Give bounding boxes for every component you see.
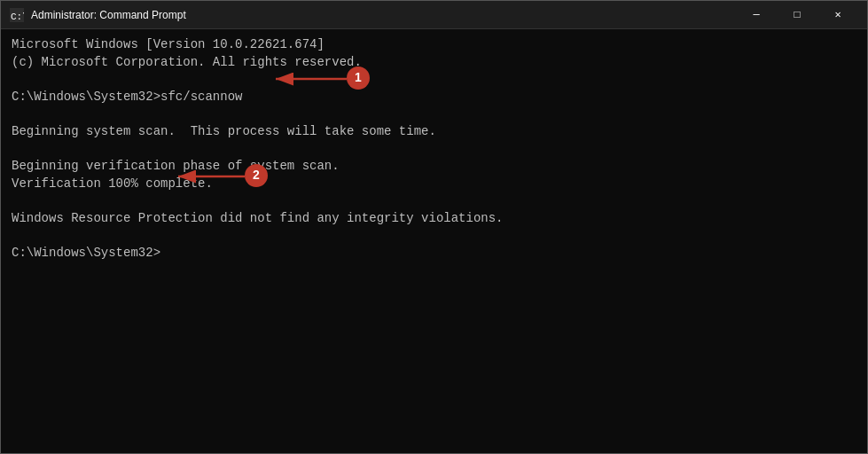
console-line: C:\Windows\System32>sfc/scannow <box>12 89 856 106</box>
maximize-button[interactable]: □ <box>777 1 817 29</box>
console-line: (c) Microsoft Corporation. All rights re… <box>12 54 856 72</box>
console-line <box>12 106 856 123</box>
console-line <box>12 141 856 159</box>
cmd-window: C:\ Administrator: Command Prompt — □ ✕ … <box>0 0 868 454</box>
console-body[interactable]: Microsoft Windows [Version 10.0.22621.67… <box>1 29 867 453</box>
console-line <box>12 192 856 210</box>
console-line: Verification 100% complete. <box>12 176 856 193</box>
title-bar: C:\ Administrator: Command Prompt — □ ✕ <box>1 1 867 29</box>
window-title: Administrator: Command Prompt <box>31 9 736 21</box>
svg-text:C:\: C:\ <box>11 12 24 22</box>
console-line: Windows Resource Protection did not find… <box>12 210 856 228</box>
console-line: Beginning verification phase of system s… <box>12 158 856 176</box>
console-line <box>12 71 856 89</box>
minimize-button[interactable]: — <box>736 1 777 29</box>
console-line: Beginning system scan. This process will… <box>12 123 856 141</box>
cmd-icon: C:\ <box>10 8 24 22</box>
console-output: Microsoft Windows [Version 10.0.22621.67… <box>12 36 856 262</box>
close-button[interactable]: ✕ <box>817 1 858 29</box>
console-line: C:\Windows\System32> <box>12 245 856 262</box>
window-controls: — □ ✕ <box>736 1 858 29</box>
console-line: Microsoft Windows [Version 10.0.22621.67… <box>12 36 856 54</box>
console-line <box>12 228 856 246</box>
